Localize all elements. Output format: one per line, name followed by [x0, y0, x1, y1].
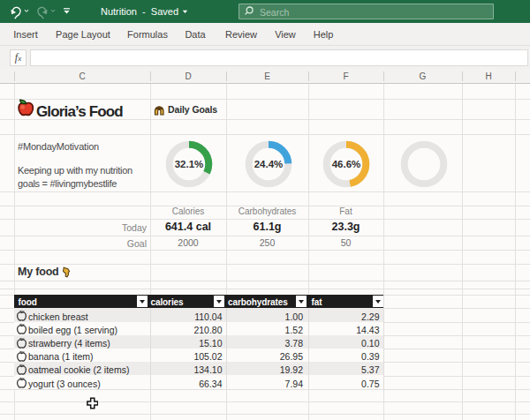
- svg-text:46.6%: 46.6%: [331, 159, 360, 169]
- svg-text:32.1%: 32.1%: [175, 159, 204, 169]
- svg-text:24.4%: 24.4%: [254, 159, 283, 169]
